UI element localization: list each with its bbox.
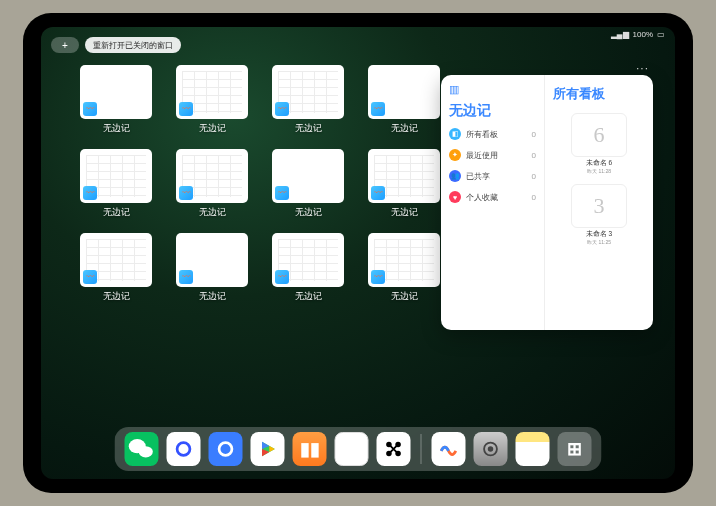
menu-item-label: 个人收藏 (466, 192, 498, 203)
panel-right-title: 所有看板 (553, 85, 645, 103)
freeform-app-icon (179, 270, 193, 284)
board-label: 未命名 6 (571, 159, 627, 168)
top-toolbar: + 重新打开已关闭的窗口 (51, 37, 181, 53)
panel-title: 无边记 (449, 102, 536, 120)
window-thumbnail[interactable]: 无边记 (173, 233, 251, 311)
panel-sidebar: ▥ 无边记 ◧所有看板0✦最近使用0👥已共享0♥个人收藏0 (441, 75, 545, 330)
freeform-app-icon (371, 102, 385, 116)
dock-divider (421, 434, 422, 464)
dock-app-quark2[interactable] (209, 432, 243, 466)
more-icon[interactable]: ··· (636, 61, 649, 75)
window-thumbnail[interactable]: 无边记 (365, 65, 443, 143)
reopen-closed-window-button[interactable]: 重新打开已关闭的窗口 (85, 37, 181, 53)
window-thumbnail[interactable]: 无边记 (77, 233, 155, 311)
thumb-label: 无边记 (295, 122, 322, 135)
screen: ▂▄▆ 100% ▭ + 重新打开已关闭的窗口 无边记无边记无边记无边记无边记无… (41, 27, 675, 479)
window-thumbnail[interactable]: 无边记 (173, 65, 251, 143)
board-card[interactable]: 6未命名 6昨天 11:28 (571, 113, 627, 174)
dock-app-xshape[interactable] (377, 432, 411, 466)
dock-app-settings[interactable] (474, 432, 508, 466)
thumb-preview (272, 65, 344, 119)
menu-item-label: 最近使用 (466, 150, 498, 161)
svg-point-1 (139, 446, 153, 457)
window-thumbnail[interactable]: 无边记 (365, 233, 443, 311)
thumb-preview (176, 65, 248, 119)
freeform-app-icon (179, 102, 193, 116)
menu-item-count: 0 (532, 130, 536, 139)
window-thumbnail[interactable]: 无边记 (269, 233, 347, 311)
signal-icon: ▂▄▆ (611, 30, 629, 39)
window-thumbnail[interactable]: 无边记 (269, 149, 347, 227)
thumb-preview (80, 149, 152, 203)
menu-item-icon: ◧ (449, 128, 461, 140)
sidebar-toggle-icon[interactable]: ▥ (449, 83, 536, 96)
board-timestamp: 昨天 11:25 (571, 239, 627, 245)
freeform-app-icon (371, 270, 385, 284)
thumb-preview (368, 233, 440, 287)
thumb-label: 无边记 (295, 290, 322, 303)
svg-point-3 (219, 443, 232, 456)
panel-menu-item[interactable]: ✦最近使用0 (449, 149, 536, 161)
dock-recent: ⊞ (432, 432, 592, 466)
dock-app-wechat[interactable] (125, 432, 159, 466)
menu-item-icon: ♥ (449, 191, 461, 203)
thumb-label: 无边记 (103, 290, 130, 303)
dock: ▮▮⊡ ⊞ (115, 427, 602, 471)
board-timestamp: 昨天 11:28 (571, 168, 627, 174)
board-list: 6未命名 6昨天 11:283未命名 3昨天 11:25 (553, 113, 645, 245)
menu-item-count: 0 (532, 193, 536, 202)
freeform-app-icon (371, 186, 385, 200)
window-grid: 无边记无边记无边记无边记无边记无边记无边记无边记无边记无边记无边记无边记 (77, 65, 443, 311)
panel-content: 所有看板 6未命名 6昨天 11:283未命名 3昨天 11:25 (545, 75, 653, 330)
board-preview: 3 (571, 184, 627, 228)
thumb-label: 无边记 (199, 122, 226, 135)
thumb-label: 无边记 (391, 122, 418, 135)
menu-item-count: 0 (532, 172, 536, 181)
svg-point-13 (488, 446, 494, 452)
window-thumbnail[interactable]: 无边记 (77, 65, 155, 143)
menu-item-count: 0 (532, 151, 536, 160)
thumb-preview (176, 149, 248, 203)
dock-app-dice[interactable]: ⊡ (335, 432, 369, 466)
thumb-preview (80, 65, 152, 119)
window-thumbnail[interactable]: 无边记 (365, 149, 443, 227)
freeform-app-icon (275, 186, 289, 200)
thumb-preview (176, 233, 248, 287)
menu-item-icon: ✦ (449, 149, 461, 161)
board-preview: 6 (571, 113, 627, 157)
window-thumbnail[interactable]: 无边记 (269, 65, 347, 143)
dock-main: ▮▮⊡ (125, 432, 411, 466)
thumb-preview (368, 149, 440, 203)
thumb-preview (272, 149, 344, 203)
thumb-preview (368, 65, 440, 119)
dock-app-folder[interactable]: ⊞ (558, 432, 592, 466)
freeform-app-icon (275, 102, 289, 116)
menu-item-label: 已共享 (466, 171, 490, 182)
thumb-label: 无边记 (103, 206, 130, 219)
panel-menu-item[interactable]: ♥个人收藏0 (449, 191, 536, 203)
thumb-preview (80, 233, 152, 287)
new-window-button[interactable]: + (51, 37, 79, 53)
panel-menu: ◧所有看板0✦最近使用0👥已共享0♥个人收藏0 (449, 128, 536, 203)
window-thumbnail[interactable]: 无边记 (77, 149, 155, 227)
freeform-panel[interactable]: ··· ▥ 无边记 ◧所有看板0✦最近使用0👥已共享0♥个人收藏0 所有看板 6… (441, 75, 653, 330)
dock-app-notes[interactable] (516, 432, 550, 466)
dock-app-quark1[interactable] (167, 432, 201, 466)
menu-item-label: 所有看板 (466, 129, 498, 140)
panel-menu-item[interactable]: 👥已共享0 (449, 170, 536, 182)
board-card[interactable]: 3未命名 3昨天 11:25 (571, 184, 627, 245)
thumb-label: 无边记 (199, 290, 226, 303)
thumb-preview (272, 233, 344, 287)
dock-app-books[interactable]: ▮▮ (293, 432, 327, 466)
board-label: 未命名 3 (571, 230, 627, 239)
freeform-app-icon (179, 186, 193, 200)
window-thumbnail[interactable]: 无边记 (173, 149, 251, 227)
thumb-label: 无边记 (199, 206, 226, 219)
dock-app-play[interactable] (251, 432, 285, 466)
freeform-app-icon (83, 102, 97, 116)
thumb-label: 无边记 (103, 122, 130, 135)
menu-item-icon: 👥 (449, 170, 461, 182)
dock-app-freeform[interactable] (432, 432, 466, 466)
panel-menu-item[interactable]: ◧所有看板0 (449, 128, 536, 140)
freeform-app-icon (83, 186, 97, 200)
